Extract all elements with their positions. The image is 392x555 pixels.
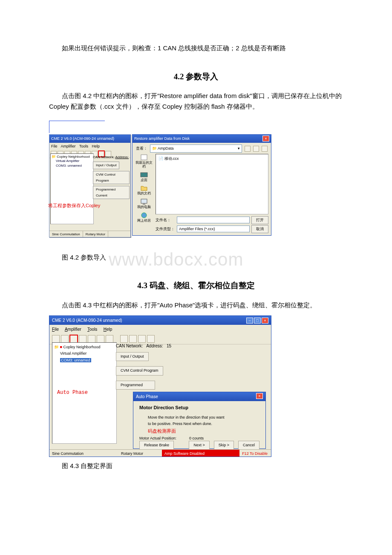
toolbar-btn[interactable] xyxy=(97,335,104,343)
new-folder-icon[interactable] xyxy=(253,146,259,152)
release-brake-button[interactable]: Release Brake xyxy=(139,441,174,450)
toolbar-btn[interactable] xyxy=(61,335,69,343)
close-icon[interactable]: × xyxy=(262,136,269,142)
tree-root[interactable]: Copley Neighborhood xyxy=(52,155,92,159)
auto-phase-button[interactable] xyxy=(70,335,78,343)
cme2-title-text: CME 2 V6.0 (ACM-090-24 unnamed) xyxy=(52,317,122,324)
annotation-encoder-check: 码盘检测界面 xyxy=(139,427,259,435)
my-computer[interactable]: 我的电脑 xyxy=(137,198,151,209)
folder-name: 📁 AmpData xyxy=(152,145,174,152)
filetype-combo[interactable]: Amplifier Files (*.ccx) xyxy=(177,225,250,232)
motor-direction-heading: Motor Direction Setup xyxy=(139,404,259,412)
auto-phase-title-text: Auto Phase xyxy=(136,393,158,400)
toolbar-btn[interactable] xyxy=(129,335,137,343)
restore-title-text: Restore amplifier Data from Disk xyxy=(134,136,190,142)
filename-input[interactable] xyxy=(177,217,250,223)
skip-button[interactable]: Skip > xyxy=(214,441,234,450)
annotation-save-params: 将工程参数保存入Copley xyxy=(48,202,100,210)
close-icon[interactable]: × xyxy=(256,393,263,399)
svg-point-4 xyxy=(141,213,147,218)
cme2-menubar[interactable]: File Amplifier Tools Help xyxy=(49,325,271,334)
programmed-current-button[interactable]: Programmed Current xyxy=(93,186,130,199)
file-item[interactable]: 📄 移动.ccx xyxy=(159,156,265,162)
cme2-titlebar: CME 2 V6.0 (ACM-090-24 unnamed) – □ × xyxy=(49,316,271,325)
auto-phase-titlebar: Auto Phase × xyxy=(133,392,265,401)
instruction-line-2: to be positive. Press Next when done. xyxy=(148,421,259,427)
menu-tools[interactable]: Tools xyxy=(87,327,97,332)
next-button[interactable]: Next > xyxy=(189,441,209,450)
cme-titlebar: CME 2 V6.0 (ACM-090-24 unnamed) xyxy=(49,135,130,143)
can-network-label: CAN Network: xyxy=(116,344,143,348)
menu-amplifier[interactable]: Amplifier xyxy=(65,327,81,332)
desktop[interactable]: 桌面 xyxy=(140,171,148,182)
look-in-label: 查看： xyxy=(136,145,147,152)
toolbar-btn[interactable] xyxy=(52,335,60,343)
my-documents[interactable]: 我的文档 xyxy=(137,185,151,196)
can-network-label: CAN Network: xyxy=(93,155,115,159)
look-in-combo[interactable]: 📁 AmpData ▾ xyxy=(150,145,242,153)
cvm-control-button[interactable]: CVM Control Program xyxy=(116,366,163,375)
menu-tools[interactable]: Tools xyxy=(79,144,88,148)
tree-root[interactable]: 📁 ■ Copley Neighborhood xyxy=(54,344,115,350)
status-sine: Sine Commutation xyxy=(49,231,83,237)
input-output-button[interactable]: Input / Output xyxy=(93,162,119,169)
cancel-button[interactable]: Cancel xyxy=(238,441,259,450)
tree-node[interactable]: COM3: unnamed xyxy=(52,164,92,168)
chevron-down-icon[interactable]: ▾ xyxy=(238,145,240,152)
cancel-button[interactable]: 取消 xyxy=(251,225,268,233)
recent-docs[interactable]: 我最近的文档 xyxy=(135,154,153,169)
cme2-right-pane: CAN Network: Address: 15 Input / Output … xyxy=(116,342,268,394)
caption-4-3: 图 4.3 自整定界面 xyxy=(62,460,343,471)
auto-phase-dialog: Auto Phase × Motor Direction Setup Move … xyxy=(133,392,266,449)
open-button[interactable]: 打开 xyxy=(251,216,268,224)
tree-node[interactable]: Virtual Amplifier xyxy=(52,159,92,163)
svg-rect-3 xyxy=(143,204,145,205)
status-warning: Amp Software Disabled xyxy=(162,450,239,457)
svg-rect-0 xyxy=(141,155,147,160)
toolbar-btn[interactable] xyxy=(79,335,86,343)
places-bar: 我最近的文档 桌面 我的文档 我的电脑 网上邻居 xyxy=(135,154,153,223)
amplifier-tree[interactable]: Copley Neighborhood Virtual Amplifier CO… xyxy=(50,153,94,224)
status-rotary: Rotary Motor xyxy=(83,231,108,237)
address-value: 15 xyxy=(167,344,171,348)
crop-mark xyxy=(49,121,105,133)
toolbar-btn[interactable] xyxy=(120,335,128,343)
up-folder-icon[interactable] xyxy=(245,146,251,152)
cme-window: CME 2 V6.0 (ACM-090-24 unnamed) File Amp… xyxy=(49,134,131,237)
menu-file[interactable]: File xyxy=(51,144,58,148)
menu-help[interactable]: Help xyxy=(104,327,112,332)
address-label: Address: xyxy=(115,155,129,159)
address-label: Address: xyxy=(146,344,163,348)
minimize-icon[interactable]: – xyxy=(246,318,253,324)
cvm-control-button[interactable]: CVM Control Program xyxy=(93,171,130,184)
programmed-button[interactable]: Programmed xyxy=(116,381,155,390)
tree-node-selected[interactable]: COM3: unnamed xyxy=(54,357,115,364)
file-list[interactable]: 📄 移动.ccx xyxy=(156,154,268,214)
para-4-2: 点击图 4.2 中红框内的图标，打开"Restore amplifier dat… xyxy=(49,90,343,112)
maximize-icon[interactable]: □ xyxy=(254,318,261,324)
figure-4-2: CME 2 V6.0 (ACM-090-24 unnamed) File Amp… xyxy=(49,121,271,249)
status-f12-hint: F12 To Disable xyxy=(239,450,271,457)
menu-amplifier[interactable]: Amplifier xyxy=(61,144,76,148)
toolbar-btn[interactable] xyxy=(138,335,146,343)
filename-label: 文件名： xyxy=(156,217,175,223)
caption-4-2: 图 4.2 参数导入 xyxy=(62,252,343,263)
status-rotary: Rotary Motor xyxy=(118,450,162,457)
cme-menubar[interactable]: File Amplifier Tools Help xyxy=(49,143,130,150)
menu-file[interactable]: File xyxy=(52,327,59,332)
heading-4-3: 4.3 码盘、绕组、霍尔相位自整定 xyxy=(49,279,343,292)
tree-node[interactable]: Virtual Amplifier xyxy=(54,350,115,357)
toolbar-btn[interactable] xyxy=(106,335,113,343)
instruction-line-1: Move the motor in the direction that you… xyxy=(148,414,259,421)
motor-position-value: 0 xyxy=(189,436,191,440)
restore-dialog: Restore amplifier Data from Disk × 查看： 📁… xyxy=(132,134,271,236)
window-controls: – □ × xyxy=(246,318,268,324)
svg-rect-1 xyxy=(141,173,147,177)
toolbar-btn[interactable] xyxy=(88,335,95,343)
network[interactable]: 网上邻居 xyxy=(137,212,151,223)
menu-help[interactable]: Help xyxy=(92,144,100,148)
input-output-button[interactable]: Input / Output xyxy=(116,352,149,361)
close-icon[interactable]: × xyxy=(262,318,268,324)
view-menu-icon[interactable] xyxy=(262,146,268,152)
toolbar-btn[interactable] xyxy=(147,335,155,343)
